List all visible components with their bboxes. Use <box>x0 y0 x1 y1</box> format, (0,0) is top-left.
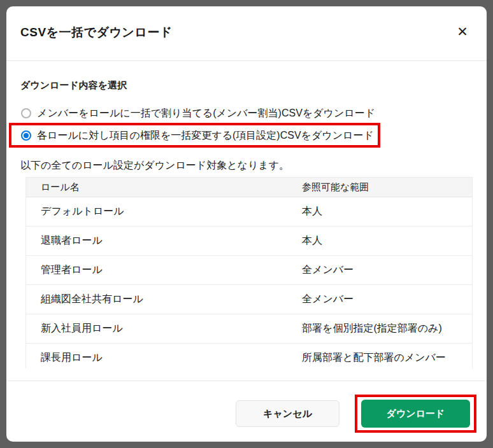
csv-bulk-download-dialog: CSVを一括でダウンロード ✕ ダウンロード内容を選択 メンバーをロールに一括で… <box>6 6 487 442</box>
table-row: 退職者ロール 本人 <box>26 227 472 256</box>
column-header-role-name: ロール名 <box>26 181 302 193</box>
table-row: 管理者ロール 全メンバー <box>26 256 472 285</box>
highlight-box-download: ダウンロード <box>355 395 476 433</box>
radio-option-label: メンバーをロールに一括で割り当てる(メンバー割当)CSVをダウンロード <box>37 107 375 120</box>
role-name-cell: デフォルトロール <box>26 205 302 218</box>
role-name-cell: 新入社員用ロール <box>26 322 302 335</box>
footer-divider <box>6 381 487 381</box>
scope-cell: 全メンバー <box>302 293 472 306</box>
table-row: 組織図全社共有ロール 全メンバー <box>26 285 472 314</box>
header-divider <box>6 60 487 61</box>
section-label: ダウンロード内容を選択 <box>20 80 127 92</box>
dialog-title: CSVを一括でダウンロード <box>20 24 173 41</box>
role-name-cell: 退職者ロール <box>26 234 302 248</box>
download-target-note: 以下の全てのロール設定がダウンロード対象となります。 <box>20 159 289 172</box>
radio-option-item-settings[interactable]: 各ロールに対し項目の権限を一括変更する(項目設定)CSVをダウンロード <box>21 128 374 143</box>
highlight-box-selected-option: 各ロールに対し項目の権限を一括変更する(項目設定)CSVをダウンロード <box>9 123 380 148</box>
scope-cell: 部署を個別指定(指定部署のみ) <box>302 322 472 335</box>
table-header-row: ロール名 参照可能な範囲 <box>26 178 472 197</box>
table-row: デフォルトロール 本人 <box>26 197 472 227</box>
scope-cell: 所属部署と配下部署のメンバー <box>302 351 472 365</box>
role-name-cell: 組織図全社共有ロール <box>26 293 302 306</box>
cancel-button[interactable]: キャンセル <box>236 400 339 427</box>
download-button[interactable]: ダウンロード <box>361 400 470 428</box>
scope-cell: 全メンバー <box>302 263 472 277</box>
close-icon: ✕ <box>457 24 468 39</box>
radio-unselected-icon[interactable] <box>21 108 31 118</box>
scope-cell: 本人 <box>302 205 472 218</box>
radio-option-member-assignment[interactable]: メンバーをロールに一括で割り当てる(メンバー割当)CSVをダウンロード <box>21 106 375 121</box>
table-row: 課長用ロール 所属部署と配下部署のメンバー <box>26 344 472 368</box>
close-button[interactable]: ✕ <box>452 22 473 42</box>
roles-table: ロール名 参照可能な範囲 デフォルトロール 本人 退職者ロール 本人 管理者ロー… <box>25 177 473 368</box>
role-name-cell: 課長用ロール <box>26 351 302 365</box>
column-header-scope: 参照可能な範囲 <box>302 181 472 193</box>
scope-cell: 本人 <box>302 234 472 248</box>
table-row: 新入社員用ロール 部署を個別指定(指定部署のみ) <box>26 314 472 344</box>
modal-overlay: { "colors": { "overlay_background": "#5f… <box>0 0 493 448</box>
role-name-cell: 管理者ロール <box>26 263 302 277</box>
radio-option-label: 各ロールに対し項目の権限を一括変更する(項目設定)CSVをダウンロード <box>37 129 374 143</box>
radio-selected-icon[interactable] <box>21 130 31 141</box>
